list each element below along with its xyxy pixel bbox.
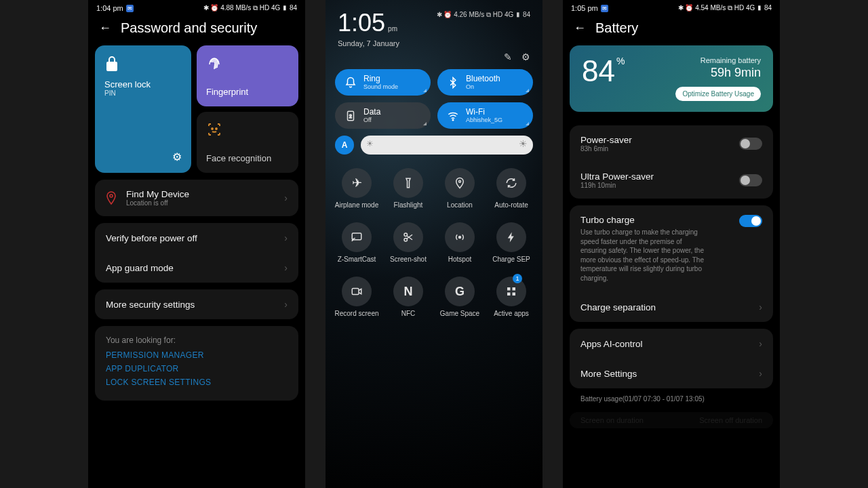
fingerprint-tile[interactable]: Fingerprint xyxy=(197,45,298,106)
face-recognition-tile[interactable]: Face recognition xyxy=(197,112,298,173)
qs-flashlight[interactable]: Flashlight xyxy=(384,164,433,216)
svg-rect-12 xyxy=(507,287,511,291)
qs-gamespace[interactable]: GGame Space xyxy=(435,272,484,324)
status-icons: ✱ ⏰ 4.54 MB/s ⧉ HD 4G ▮ 84 xyxy=(678,4,772,12)
qs-screenshot[interactable]: Screen-shot xyxy=(384,218,433,270)
clock-time: 1:05 xyxy=(338,9,385,37)
bt-sub: On xyxy=(466,83,500,90)
screen-off-label: Screen off duration xyxy=(699,416,762,424)
screen-lock-label: Screen lock xyxy=(104,79,182,89)
screen-lock-tile[interactable]: Screen lock PIN ⚙ xyxy=(95,45,191,173)
power-saver-row[interactable]: Power-saver83h 6min xyxy=(570,125,773,162)
apps-icon xyxy=(505,285,517,298)
wifi-pill[interactable]: Wi-FiAbhishek_5G xyxy=(437,102,533,129)
cs-label: Charge separation xyxy=(580,302,656,312)
app-guard-row[interactable]: App guard mode › xyxy=(95,253,298,283)
chevron-right-icon: › xyxy=(759,302,762,312)
apps-ai-row[interactable]: Apps AI-control › xyxy=(570,329,773,359)
find-my-device-row[interactable]: Find My Device Location is off › xyxy=(95,180,298,216)
location-icon xyxy=(454,177,466,189)
qs-label: Auto-rotate xyxy=(494,201,528,209)
edit-icon[interactable]: ✎ xyxy=(504,52,512,62)
bluetooth-pill[interactable]: BluetoothOn xyxy=(437,69,533,96)
battery-percent: 84 xyxy=(582,54,615,87)
suggestions-card: You are looking for: PERMISSION MANAGER … xyxy=(95,326,298,401)
turbo-charge-row[interactable]: Turbo chargeUse turbo charge to make the… xyxy=(570,205,773,292)
ps-label: Power-saver xyxy=(580,135,632,145)
lock-icon xyxy=(104,55,119,73)
link-permission-manager[interactable]: PERMISSION MANAGER xyxy=(106,350,288,360)
qs-hotspot[interactable]: Hotspot xyxy=(435,218,484,270)
qs-chargesep[interactable]: Charge SEP xyxy=(487,218,536,270)
qs-smartcast[interactable]: Z-SmartCast xyxy=(332,218,381,270)
screen-on-label: Screen on duration xyxy=(580,416,644,424)
scissors-icon xyxy=(402,231,414,243)
cast-icon xyxy=(351,231,363,243)
link-app-duplicator[interactable]: APP DUPLICATOR xyxy=(106,364,288,373)
link-lock-screen-settings[interactable]: LOCK SCREEN SETTINGS xyxy=(106,378,288,387)
tc-desc: Use turbo charge to make the charging sp… xyxy=(580,228,709,283)
svg-rect-13 xyxy=(513,287,516,291)
auto-brightness-button[interactable]: A xyxy=(335,136,354,155)
qs-label: Game Space xyxy=(440,310,479,317)
hotspot-icon xyxy=(454,231,466,243)
gear-icon[interactable]: ⚙ xyxy=(521,52,530,62)
wifi-icon xyxy=(447,110,459,122)
chevron-right-icon: › xyxy=(759,368,762,379)
charge-separation-row[interactable]: Charge separation › xyxy=(570,292,773,322)
chevron-right-icon: › xyxy=(284,232,288,243)
back-icon[interactable]: ← xyxy=(99,21,111,35)
status-time: 1:05 pm xyxy=(571,4,598,12)
svg-point-0 xyxy=(212,128,213,129)
battery-usage-range: Battery usage(01/07 07:30 - 01/07 13:05) xyxy=(570,388,773,405)
qs-label: Airplane mode xyxy=(335,201,378,209)
status-bar: 1:04 pm✉ ✱ ⏰ 4.88 MB/s ⧉ HD 4G ▮ 84 xyxy=(88,0,305,14)
ups-sub: 119h 10min xyxy=(580,182,654,189)
bluetooth-icon xyxy=(447,77,459,89)
expand-icon xyxy=(423,89,427,92)
screen-lock-sub: PIN xyxy=(104,89,182,97)
qs-nfc[interactable]: NNFC xyxy=(384,272,433,324)
data-pill[interactable]: 2 DataOff xyxy=(335,102,431,129)
turbo-charge-toggle[interactable] xyxy=(739,215,762,227)
power-saver-toggle[interactable] xyxy=(739,138,762,150)
more-settings-row[interactable]: More Settings › xyxy=(570,359,773,388)
svg-rect-14 xyxy=(507,293,511,296)
bt-label: Bluetooth xyxy=(466,75,500,83)
nfc-icon: N xyxy=(404,285,413,299)
face-icon xyxy=(206,121,222,138)
remaining-value: 59h 9min xyxy=(675,66,761,80)
svg-rect-15 xyxy=(513,293,516,296)
data-label: Data xyxy=(363,108,380,117)
status-time: 1:04 pm xyxy=(96,4,123,12)
gear-icon[interactable]: ⚙ xyxy=(172,150,182,163)
battery-summary-card: 84% Remaining battery 59h 9min Optimize … xyxy=(570,45,773,112)
qs-autorotate[interactable]: Auto-rotate xyxy=(487,164,536,216)
wifi-label: Wi-Fi xyxy=(466,108,502,117)
qs-label: Hotspot xyxy=(448,256,471,263)
brightness-slider[interactable] xyxy=(361,136,533,155)
optimize-battery-button[interactable]: Optimize Battery Usage xyxy=(675,87,761,101)
back-icon[interactable]: ← xyxy=(574,21,586,35)
verify-label: Verify before power off xyxy=(106,233,197,243)
ai-label: Apps AI-control xyxy=(580,339,643,349)
qs-record[interactable]: Record screen xyxy=(332,272,381,324)
chevron-right-icon: › xyxy=(759,338,762,349)
page-title: Password and security xyxy=(121,20,257,36)
qs-location[interactable]: Location xyxy=(435,164,484,216)
verify-row[interactable]: Verify before power off › xyxy=(95,223,298,253)
find-sub: Location is off xyxy=(126,199,189,207)
ps-sub: 83h 6min xyxy=(580,145,632,152)
qs-label: Record screen xyxy=(334,310,378,317)
more-security-row[interactable]: More security settings › xyxy=(95,289,298,319)
find-label: Find My Device xyxy=(126,189,189,199)
svg-rect-11 xyxy=(352,289,359,295)
qs-airplane[interactable]: ✈Airplane mode xyxy=(332,164,381,216)
qs-activeapps[interactable]: 1Active apps xyxy=(487,272,536,324)
page-title: Battery xyxy=(595,20,638,36)
clock-date: Sunday, 7 January xyxy=(326,39,542,47)
ups-label: Ultra Power-saver xyxy=(580,171,654,182)
ring-pill[interactable]: RingSound mode xyxy=(335,69,431,96)
ultra-power-saver-toggle[interactable] xyxy=(739,174,762,186)
ultra-power-saver-row[interactable]: Ultra Power-saver119h 10min xyxy=(570,162,773,199)
